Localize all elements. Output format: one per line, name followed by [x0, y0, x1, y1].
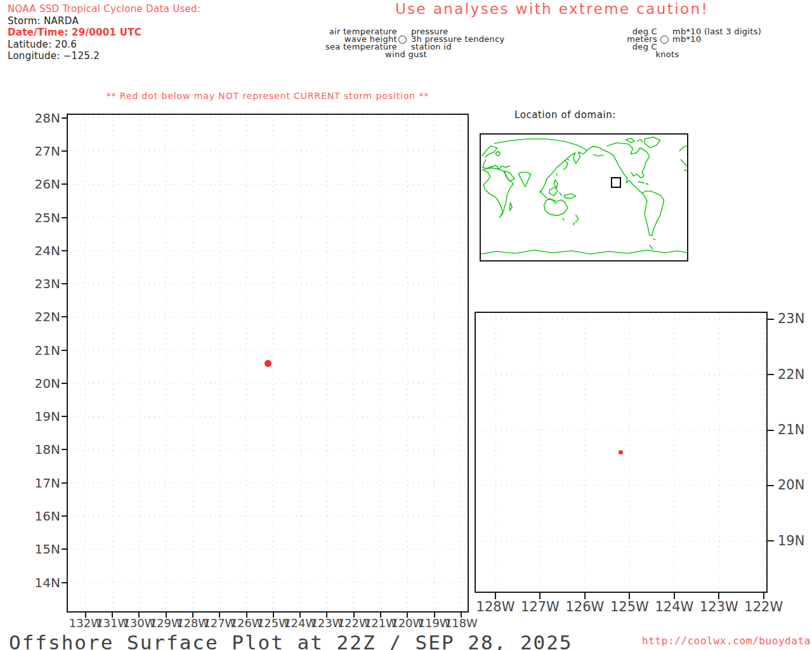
longitude-tick	[629, 593, 630, 599]
storm-position-warning: ** Red dot below may NOT represent CURRE…	[68, 91, 468, 101]
latitude-tick-label: 15N	[27, 543, 60, 555]
latitude-tick-label: 28N	[27, 112, 60, 124]
legend-unit-mb: mb*10	[672, 35, 701, 43]
latitude-tick	[768, 374, 774, 375]
latitude-tick-label: 22N	[27, 310, 60, 323]
latitude-tick-label: 23N	[778, 312, 812, 326]
storm-position	[265, 360, 272, 367]
grid-line-horizontal	[68, 250, 468, 251]
grid-line-horizontal	[476, 319, 766, 319]
latitude-tick-label: 20N	[778, 479, 812, 492]
latitude-tick	[768, 319, 774, 320]
grid-line-vertical	[85, 115, 86, 611]
station-model-circle-icon	[660, 36, 669, 44]
grid-line-vertical	[246, 115, 247, 611]
longitude-tick-label: 128W	[473, 600, 518, 614]
grid-line-horizontal	[476, 375, 766, 375]
grid-line-horizontal	[68, 284, 468, 284]
grid-line-horizontal	[68, 217, 468, 218]
grid-line-horizontal	[68, 482, 468, 483]
grid-line-vertical	[193, 115, 193, 611]
longitude-tick-label: 118W	[439, 618, 483, 629]
grid-line-vertical	[584, 313, 585, 592]
grid-line-vertical	[353, 115, 354, 611]
page-title: Offshore Surface Plot at 22Z / SEP 28, 2…	[9, 631, 573, 650]
grid-line-vertical	[166, 115, 166, 611]
world-map-inset	[480, 133, 688, 262]
data-source-line: NOAA SSD Tropical Cyclone Data Used:	[8, 3, 200, 15]
latitude-tick	[768, 540, 774, 541]
latitude-tick-label: 14N	[27, 576, 60, 589]
station-model-circle-icon	[398, 36, 407, 44]
grid-line-horizontal	[68, 184, 468, 185]
grid-line-vertical	[674, 313, 674, 592]
latitude-tick	[62, 383, 67, 384]
latitude-tick	[768, 485, 774, 486]
latitude-tick-label: 26N	[27, 178, 60, 190]
latitude-tick	[62, 150, 67, 152]
latitude-tick-label: 19N	[778, 534, 812, 548]
grid-line-horizontal	[476, 541, 766, 541]
grid-line-vertical	[273, 115, 273, 611]
latitude-tick	[62, 217, 67, 218]
latitude-line: Latitude: 20.6	[8, 39, 200, 51]
latitude-tick-label: 16N	[27, 510, 60, 522]
grid-line-vertical	[112, 115, 113, 611]
longitude-tick-label: 123W	[697, 600, 741, 614]
latitude-tick-label: 24N	[27, 244, 60, 257]
grid-line-horizontal	[68, 117, 468, 118]
grid-line-horizontal	[68, 150, 468, 151]
longitude-tick	[674, 593, 675, 599]
legend-unit-knots: knots	[620, 50, 715, 58]
grid-line-vertical	[139, 115, 140, 611]
grid-line-vertical	[434, 115, 435, 611]
grid-line-vertical	[327, 115, 327, 611]
longitude-tick	[495, 593, 496, 599]
latitude-tick	[62, 183, 67, 185]
grid-line-horizontal	[68, 416, 468, 417]
grid-line-vertical	[719, 313, 719, 592]
latitude-tick-label: 19N	[27, 410, 60, 423]
storm-info-block: NOAA SSD Tropical Cyclone Data Used: Sto…	[8, 3, 200, 62]
latitude-tick	[62, 316, 67, 317]
latitude-tick	[62, 515, 67, 517]
grid-line-horizontal	[68, 317, 468, 317]
source-url-link[interactable]: http://coolwx.com/buoydata	[642, 635, 811, 647]
world-coastlines-graphic	[481, 135, 687, 260]
grid-line-vertical	[763, 313, 764, 592]
latitude-tick	[62, 449, 67, 450]
grid-line-vertical	[300, 115, 301, 611]
grid-line-horizontal	[476, 430, 766, 430]
grid-line-horizontal	[68, 383, 468, 383]
grid-line-vertical	[495, 313, 496, 592]
caution-banner: Use analyses with extreme caution!	[395, 1, 709, 17]
grid-line-vertical	[629, 313, 630, 592]
inset-map-title: Location of domain:	[480, 109, 651, 121]
grid-line-vertical	[540, 313, 540, 592]
grid-line-horizontal	[68, 515, 468, 516]
domain-location-rect	[611, 177, 621, 188]
latitude-tick	[62, 548, 67, 550]
latitude-tick-label: 25N	[27, 211, 60, 224]
longitude-tick	[584, 593, 586, 599]
grid-line-horizontal	[68, 549, 468, 550]
grid-line-horizontal	[68, 582, 468, 583]
main-surface-plot: 132W131W130W129W128W127W126W125W124W123W…	[67, 114, 469, 613]
longitude-tick	[718, 593, 719, 599]
storm-position	[619, 450, 623, 454]
grid-line-horizontal	[476, 485, 766, 486]
longitude-tick-label: 124W	[652, 600, 697, 614]
longitude-line: Longitude: −125.2	[8, 50, 200, 62]
grid-line-vertical	[461, 115, 461, 611]
grid-line-vertical	[381, 115, 381, 611]
offshore-surface-plot-page: NOAA SSD Tropical Cyclone Data Used: Sto…	[0, 0, 812, 650]
latitude-tick	[62, 117, 67, 119]
latitude-tick	[62, 482, 67, 484]
legend-wind-gust: wind gust	[343, 50, 469, 58]
zoomed-domain-plot: 128W127W126W125W124W123W122W23N22N21N20N…	[475, 312, 768, 593]
longitude-tick-label: 127W	[518, 600, 562, 614]
longitude-tick-label: 122W	[742, 600, 786, 614]
longitude-tick	[763, 593, 764, 599]
datetime-line: Date/Time: 29/0001 UTC	[8, 27, 200, 39]
storm-name-line: Storm: NARDA	[8, 15, 200, 27]
